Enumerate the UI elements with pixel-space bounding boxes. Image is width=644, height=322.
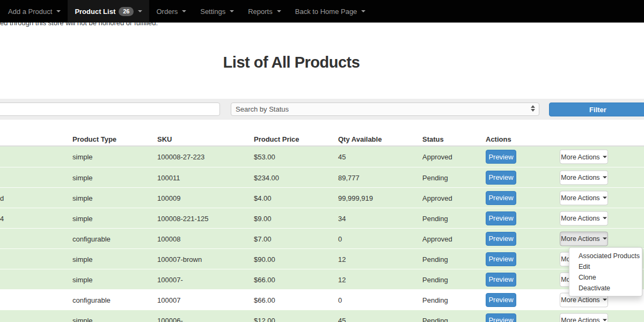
sku-cell: 100007- bbox=[157, 275, 183, 283]
filter-button[interactable]: Filter bbox=[549, 103, 644, 116]
product-type-cell: simple bbox=[72, 214, 93, 222]
header-qty-available: Qty Available bbox=[338, 135, 382, 143]
product-name-fragment: d bbox=[0, 194, 4, 202]
sku-cell: 100011 bbox=[157, 173, 180, 181]
table-row: simple 100008-27-223 $53.00 45 Approved … bbox=[0, 147, 644, 167]
more-actions-label: More Actions bbox=[561, 215, 599, 222]
status-select[interactable]: Search by Status bbox=[231, 103, 539, 116]
nav-item-label: Back to Home Page bbox=[295, 8, 357, 16]
more-actions-button[interactable]: More Actions bbox=[560, 313, 608, 322]
table-row: configurable 100007 $66.00 0 Pending Pre… bbox=[0, 289, 644, 310]
more-actions-label: More Actions bbox=[561, 174, 599, 181]
nav-item-label: Add a Product bbox=[8, 8, 52, 16]
sku-cell: 100006- bbox=[157, 316, 183, 322]
chevron-down-icon bbox=[603, 156, 607, 158]
more-actions-dropdown: More Actions Associated ProductsEditClon… bbox=[560, 231, 608, 246]
product-price-cell: $4.00 bbox=[254, 194, 272, 202]
nav-item-product-list[interactable]: Product List 26 bbox=[68, 0, 149, 23]
preview-button[interactable]: Preview bbox=[486, 293, 516, 307]
status-cell: Approved bbox=[422, 194, 452, 202]
sku-cell: 100009 bbox=[157, 194, 180, 202]
nav-item-label: Orders bbox=[156, 8, 178, 16]
table-row: simple 100007- $66.00 12 Pending Preview… bbox=[0, 269, 644, 289]
qty-available-cell: 34 bbox=[338, 214, 346, 222]
more-actions-dropdown: More Actions bbox=[560, 150, 608, 164]
chevron-down-icon bbox=[56, 10, 61, 12]
product-type-cell: simple bbox=[72, 194, 93, 202]
menu-item-associated-products[interactable]: Associated Products bbox=[569, 250, 642, 261]
status-cell: Approved bbox=[422, 153, 452, 161]
product-price-cell: $12.00 bbox=[254, 316, 275, 322]
product-price-cell: $234.00 bbox=[254, 173, 279, 181]
sku-cell: 100008 bbox=[157, 235, 180, 243]
preview-button[interactable]: Preview bbox=[486, 252, 516, 266]
product-type-cell: configurable bbox=[72, 235, 111, 243]
qty-available-cell: 0 bbox=[338, 296, 342, 304]
status-cell: Pending bbox=[422, 255, 448, 263]
more-actions-button[interactable]: More Actions bbox=[560, 170, 608, 185]
chevron-down-icon bbox=[361, 10, 365, 12]
header-product-price: Product Price bbox=[254, 135, 299, 143]
sku-cell: 100008-221-125 bbox=[157, 214, 208, 222]
nav-item-label: Reports bbox=[248, 8, 273, 16]
product-type-cell: simple bbox=[72, 153, 93, 161]
preview-button[interactable]: Preview bbox=[486, 273, 516, 287]
chevron-down-icon bbox=[230, 10, 234, 12]
preview-button[interactable]: Preview bbox=[486, 171, 516, 185]
status-cell: Pending bbox=[422, 275, 448, 283]
search-input[interactable] bbox=[0, 103, 220, 116]
menu-item-edit[interactable]: Edit bbox=[569, 261, 642, 272]
nav-item-label: Product List bbox=[75, 8, 115, 16]
chevron-down-icon bbox=[603, 299, 607, 301]
table-row: d simple 100009 $4.00 99,999,919 Approve… bbox=[0, 187, 644, 208]
more-actions-button[interactable]: More Actions bbox=[560, 231, 608, 246]
select-stepper-icon bbox=[531, 105, 535, 112]
more-actions-label: More Actions bbox=[561, 235, 599, 243]
menu-item-clone[interactable]: Clone bbox=[569, 272, 642, 282]
table-row: configurable 100008 $7.00 0 Approved Pre… bbox=[0, 228, 644, 248]
menu-item-deactivate[interactable]: Deactivate bbox=[569, 282, 642, 293]
status-select-value: Search by Status bbox=[236, 105, 289, 113]
sku-cell: 100007-brown bbox=[157, 255, 202, 263]
qty-available-cell: 12 bbox=[338, 255, 346, 263]
nav-item-orders[interactable]: Orders bbox=[149, 0, 193, 23]
preview-button[interactable]: Preview bbox=[486, 232, 516, 246]
chevron-down-icon bbox=[603, 177, 607, 179]
table-row: simple 100007-brown $90.00 12 Pending Pr… bbox=[0, 248, 644, 269]
product-type-cell: simple bbox=[72, 316, 93, 322]
more-actions-button[interactable]: More Actions bbox=[560, 211, 608, 225]
more-actions-label: More Actions bbox=[561, 296, 599, 304]
chevron-down-icon bbox=[603, 319, 607, 321]
more-actions-dropdown: More Actions bbox=[560, 211, 608, 225]
chevron-down-icon bbox=[603, 238, 607, 240]
more-actions-button[interactable]: More Actions bbox=[560, 150, 608, 164]
product-name-fragment: 4 bbox=[0, 214, 4, 222]
status-cell: Pending bbox=[422, 214, 448, 222]
more-actions-button[interactable]: More Actions bbox=[560, 191, 608, 205]
preview-button[interactable]: Preview bbox=[486, 150, 516, 164]
product-price-cell: $66.00 bbox=[254, 296, 275, 304]
count-badge: 26 bbox=[119, 7, 134, 16]
nav-item-reports[interactable]: Reports bbox=[241, 0, 288, 23]
top-navbar: Add a Product Product List 26 Orders Set… bbox=[0, 0, 644, 23]
chevron-down-icon bbox=[603, 197, 607, 199]
header-sku: SKU bbox=[157, 135, 172, 143]
chevron-down-icon bbox=[138, 10, 142, 12]
table-row: simple 100011 $234.00 89,777 Pending Pre… bbox=[0, 167, 644, 187]
nav-item-add-a-product[interactable]: Add a Product bbox=[1, 0, 68, 23]
more-actions-dropdown: More Actions bbox=[560, 191, 608, 205]
qty-available-cell: 45 bbox=[338, 316, 346, 322]
product-price-cell: $9.00 bbox=[254, 214, 272, 222]
chevron-down-icon bbox=[277, 10, 281, 12]
qty-available-cell: 45 bbox=[338, 153, 346, 161]
nav-item-settings[interactable]: Settings bbox=[193, 0, 241, 23]
preview-button[interactable]: Preview bbox=[486, 211, 516, 225]
preview-button[interactable]: Preview bbox=[486, 191, 516, 205]
nav-item-back-to-home-page[interactable]: Back to Home Page bbox=[288, 0, 373, 23]
qty-available-cell: 99,999,919 bbox=[338, 194, 373, 202]
product-type-cell: simple bbox=[72, 173, 93, 181]
preview-button[interactable]: Preview bbox=[486, 313, 516, 322]
sku-cell: 100008-27-223 bbox=[157, 153, 204, 161]
status-cell: Approved bbox=[422, 235, 452, 243]
product-price-cell: $7.00 bbox=[254, 235, 272, 243]
